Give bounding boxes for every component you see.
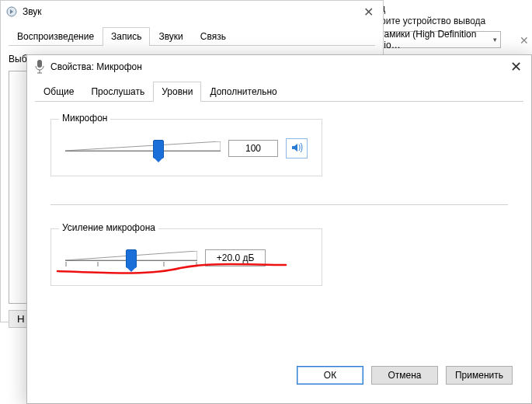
sound-icon <box>5 5 18 18</box>
apply-button[interactable]: Применить <box>446 366 513 385</box>
sound-titlebar: Звук ✕ <box>1 1 383 23</box>
microphone-slider[interactable] <box>65 137 221 160</box>
boost-legend: Усиление микрофона <box>59 222 158 233</box>
properties-titlebar: Свойства: Микрофон ✕ <box>27 55 531 78</box>
slider-thumb[interactable] <box>153 140 164 158</box>
tab-communications[interactable]: Связь <box>192 27 235 46</box>
dialog-buttons: ОК Отмена Применить <box>35 358 523 395</box>
output-device-combo[interactable]: Динамики (High Definition Audio… ▾ <box>363 31 501 48</box>
microphone-level-group: Микрофон 100 <box>50 119 322 176</box>
close-icon[interactable]: ✕ <box>507 60 525 74</box>
speaker-icon <box>290 141 304 157</box>
properties-title: Свойства: Микрофон <box>50 61 142 72</box>
speaker-button[interactable] <box>286 138 308 158</box>
cancel-button[interactable]: Отмена <box>371 366 438 385</box>
close-icon[interactable]: ✕ <box>359 5 378 19</box>
microphone-legend: Микрофон <box>59 113 110 124</box>
microphone-icon <box>33 59 46 75</box>
sound-tabs: Воспроизведение Запись Звуки Связь <box>9 27 375 46</box>
microphone-value[interactable]: 100 <box>228 140 278 157</box>
sound-title: Звук <box>23 6 42 17</box>
microphone-boost-group: Усиление микрофона <box>50 228 322 286</box>
svg-marker-3 <box>65 141 221 151</box>
slider-thumb[interactable] <box>126 249 137 268</box>
tab-levels[interactable]: Уровни <box>153 82 201 102</box>
output-device-value: Динамики (High Definition Audio… <box>367 29 493 50</box>
close-icon[interactable]: ✕ <box>520 34 529 47</box>
tab-general[interactable]: Общие <box>35 82 82 102</box>
tab-playback[interactable]: Воспроизведение <box>9 27 103 46</box>
svg-rect-2 <box>37 60 42 68</box>
ok-button[interactable]: ОК <box>297 366 363 385</box>
tab-sounds[interactable]: Звуки <box>150 27 191 46</box>
tab-recording[interactable]: Запись <box>103 27 150 46</box>
properties-dialog: Свойства: Микрофон ✕ Общие Прослушать Ур… <box>26 54 532 404</box>
boost-slider[interactable] <box>65 246 197 270</box>
chevron-down-icon: ▾ <box>493 36 497 44</box>
properties-tabs: Общие Прослушать Уровни Дополнительно <box>35 82 523 102</box>
tab-listen[interactable]: Прослушать <box>82 82 153 102</box>
tab-advanced[interactable]: Дополнительно <box>201 82 285 102</box>
divider <box>50 204 508 205</box>
boost-value[interactable]: +20.0 дБ <box>205 249 266 266</box>
